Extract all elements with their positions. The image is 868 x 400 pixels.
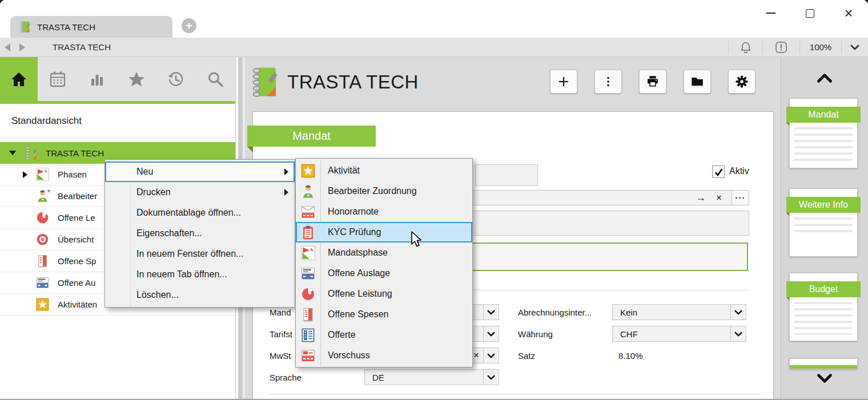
close-icon[interactable]: ×	[716, 192, 722, 204]
context-menu-item-drucken[interactable]: Drucken	[105, 182, 295, 203]
menu-item-label: Honorarnote	[328, 207, 379, 217]
preview-card-budget[interactable]: Budget	[789, 273, 858, 341]
waehrung-select[interactable]: CHF	[612, 326, 746, 342]
menu-item-label: In neuem Tab öffnen...	[136, 269, 227, 280]
submenu-arrow-icon	[284, 189, 288, 196]
submenu-item-kyc-pruefung[interactable]: KYC Prüfung	[296, 222, 472, 243]
field-label-sprache: Sprache	[270, 369, 302, 385]
menu-item-label: In neuem Fenster öffnen...	[136, 249, 243, 259]
settings-button[interactable]	[728, 70, 756, 94]
submenu-item-vorschuss[interactable]: Vorschuss	[296, 345, 472, 366]
view-selector[interactable]: Standardansicht	[0, 104, 235, 138]
minimize-icon	[766, 13, 775, 14]
new-tab-button[interactable]: +	[182, 18, 196, 33]
arrow-right-icon[interactable]: →	[696, 192, 706, 204]
sidebar-tab-favorites[interactable]	[116, 57, 156, 101]
chevron-down-icon[interactable]	[730, 305, 746, 320]
alerts-button[interactable]	[763, 41, 799, 54]
preview-thumbnail	[794, 302, 853, 335]
tree-item-label: Aktivitäten	[58, 300, 97, 309]
neu-submenu: Aktivität Bearbeiter Zuordnung Honorarno…	[295, 158, 473, 367]
offer-icon	[300, 328, 316, 343]
menu-item-label: Vorschuss	[328, 350, 370, 361]
menu-item-label: Offene Spesen	[328, 309, 388, 320]
ribbon-fold	[247, 147, 253, 152]
context-menu-item-neuer-tab[interactable]: In neuem Tab öffnen...	[105, 264, 295, 285]
submenu-item-bearbeiter-zuordnung[interactable]: Bearbeiter Zuordnung	[296, 181, 472, 201]
receipt-icon	[300, 307, 316, 322]
aktiv-checkbox[interactable]	[712, 165, 725, 178]
menu-item-label: KYC Prüfung	[328, 227, 381, 237]
chevron-down-icon[interactable]	[483, 305, 499, 320]
scroll-up-button[interactable]	[817, 73, 833, 83]
context-menu-item-dokumentablage[interactable]: Dokumentablage öffnen...	[105, 203, 295, 223]
scroll-down-button[interactable]	[817, 373, 833, 383]
expand-icon[interactable]	[23, 171, 27, 178]
divider	[270, 394, 761, 394]
sidebar-tab-home[interactable]	[0, 57, 38, 101]
minimize-button[interactable]	[752, 0, 790, 26]
preview-card-mandat[interactable]: Mandat	[789, 98, 858, 168]
folder-icon	[690, 74, 705, 89]
menu-item-label: Offene Auslage	[328, 268, 390, 278]
preview-card-partial[interactable]	[789, 358, 858, 369]
maximize-icon	[806, 9, 814, 18]
sidebar-tab-statistics[interactable]	[77, 57, 116, 101]
back-button[interactable]	[0, 43, 15, 51]
chevron-down-icon[interactable]	[483, 326, 499, 341]
search-icon	[206, 70, 224, 88]
collapse-icon[interactable]	[9, 151, 16, 155]
add-button[interactable]	[550, 70, 577, 94]
context-menu-item-neues-fenster[interactable]: In neuem Fenster öffnen...	[105, 244, 295, 264]
submenu-item-mandatsphase[interactable]: Mandatsphase	[296, 243, 472, 263]
submenu-item-offene-auslage[interactable]: Offene Auslage	[296, 263, 472, 284]
target-icon	[35, 232, 50, 247]
sprache-select[interactable]: DE	[364, 369, 499, 385]
chevron-down-icon[interactable]	[483, 348, 499, 363]
abrechnungsintervall-select[interactable]: Kein	[612, 304, 746, 320]
clear-icon[interactable]: ×	[473, 348, 479, 363]
context-menu-item-eigenschaften[interactable]: Eigenschaften...	[105, 223, 295, 244]
main-toolbar	[550, 70, 756, 94]
sidebar-tab-history[interactable]	[156, 57, 196, 101]
context-menu-item-neu[interactable]: Neu	[105, 161, 295, 182]
submenu-item-offene-leistung[interactable]: Offene Leistung	[296, 284, 472, 304]
preview-card-weitere-info[interactable]: Weitere Info	[789, 188, 858, 257]
submenu-item-offene-spesen[interactable]: Offene Spesen	[296, 304, 472, 325]
field-label-tarifst: Tarifst	[270, 326, 292, 342]
bell-icon	[739, 41, 753, 54]
zoom-level[interactable]: 100%	[800, 42, 841, 52]
card-icon	[300, 266, 316, 281]
zoom-dropdown-button[interactable]	[842, 45, 868, 50]
menu-item-label: Aktivität	[328, 165, 360, 176]
close-button[interactable]: ×	[829, 0, 868, 26]
forward-button[interactable]	[15, 43, 30, 51]
submenu-item-offerte[interactable]: Offerte	[296, 325, 472, 345]
preview-card-title: Budget	[786, 281, 861, 297]
section-header: Mandat	[247, 126, 376, 147]
ellipsis-button[interactable]: ···	[732, 191, 749, 205]
context-menu-item-loeschen[interactable]: Löschen...	[105, 285, 295, 305]
context-menu: Neu Drucken Dokumentablage öffnen... Eig…	[105, 159, 295, 308]
document-tab[interactable]: TRASTA TECH	[10, 16, 172, 38]
maximize-button[interactable]	[790, 0, 829, 26]
chevron-down-icon[interactable]	[730, 326, 746, 341]
tree-item-label: TRASTA TECH	[46, 148, 104, 158]
menu-item-label: Neu	[136, 167, 153, 177]
chevron-down-icon[interactable]	[483, 370, 499, 385]
more-button[interactable]	[594, 70, 622, 94]
documents-button[interactable]	[684, 70, 711, 94]
sidebar-tab-search[interactable]	[196, 57, 235, 101]
submenu-item-honorarnote[interactable]: Honorarnote	[296, 201, 472, 222]
notifications-button[interactable]	[729, 41, 762, 54]
notebook-icon	[19, 21, 31, 33]
sidebar-tab-calendar[interactable]	[38, 57, 77, 101]
calendar-icon	[49, 70, 67, 88]
preview-thumbnail	[794, 127, 853, 162]
plus-icon: +	[186, 20, 192, 31]
print-button[interactable]	[639, 70, 666, 94]
tree-item-label: Offene Au	[58, 278, 95, 288]
menu-item-label: Dokumentablage öffnen...	[136, 208, 241, 218]
submenu-item-aktivitaet[interactable]: Aktivität	[296, 160, 472, 181]
mandat-number-field[interactable]	[475, 164, 538, 186]
